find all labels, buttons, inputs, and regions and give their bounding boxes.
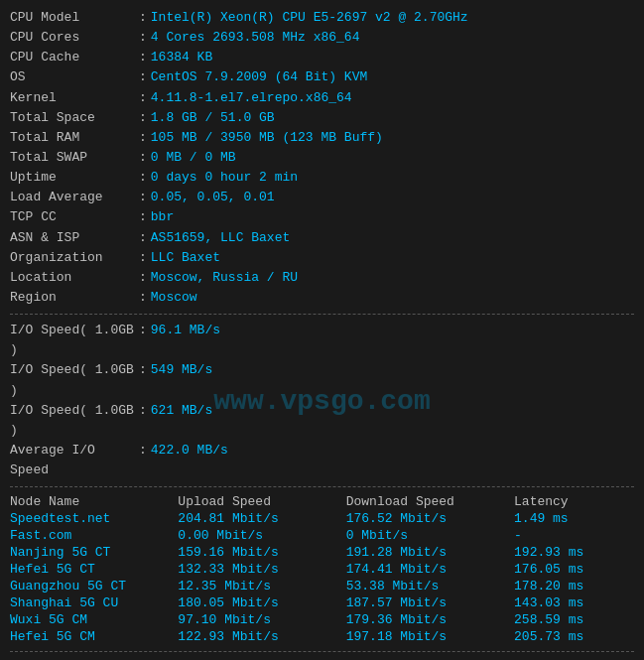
network-node: Wuxi 5G CM [10,611,178,628]
total-ram-label: Total RAM [10,128,139,148]
cpu-cache-label: CPU Cache [10,48,139,67]
total-ram-row: Total RAM : 105 MB / 3950 MB (123 MB Buf… [10,128,634,148]
location-value: Moscow, Russia / RU [151,268,298,288]
io2-label: I/O Speed( 1.0GB ) [10,360,139,400]
total-space-row: Total Space : 1.8 GB / 51.0 GB [10,108,634,128]
network-upload: 122.93 Mbit/s [178,628,345,645]
network-latency: - [514,527,634,544]
table-row: Nanjing 5G CT159.16 Mbit/s191.28 Mbit/s1… [10,544,634,561]
network-latency: 176.05 ms [514,561,634,578]
network-node: Fast.com [10,527,178,544]
network-download: 191.28 Mbit/s [346,544,514,561]
network-latency: 205.73 ms [514,628,634,645]
network-upload: 204.81 Mbit/s [178,510,345,527]
table-row: Wuxi 5G CM97.10 Mbit/s179.36 Mbit/s258.5… [10,611,634,628]
network-header-row: Node Name Upload Speed Download Speed La… [10,493,634,510]
col-header-node: Node Name [10,493,178,510]
network-download: 176.52 Mbit/s [346,510,514,527]
network-download: 0 Mbit/s [346,527,514,544]
load-avg-label: Load Average [10,188,139,207]
avg-io-label: Average I/O Speed [10,441,139,480]
divider-2 [10,486,634,487]
network-upload: 132.33 Mbit/s [178,561,345,578]
network-latency: 178.20 ms [514,578,634,594]
network-table: Node Name Upload Speed Download Speed La… [10,493,634,645]
region-row: Region : Moscow [10,288,634,308]
network-download: 174.41 Mbit/s [346,561,514,578]
cpu-cache-row: CPU Cache : 16384 KB [10,48,634,67]
table-row: Guangzhou 5G CT12.35 Mbit/s53.38 Mbit/s1… [10,578,634,594]
table-row: Hefei 5G CM122.93 Mbit/s197.18 Mbit/s205… [10,628,634,645]
network-latency: 258.59 ms [514,611,634,628]
kernel-label: Kernel [10,88,139,108]
total-space-label: Total Space [10,108,139,128]
network-download: 187.57 Mbit/s [346,594,514,611]
asn-isp-label: ASN & ISP [10,228,139,248]
col-header-download: Download Speed [346,493,514,510]
network-node: Nanjing 5G CT [10,544,178,561]
load-avg-row: Load Average : 0.05, 0.05, 0.01 [10,188,634,207]
org-row: Organization : LLC Baxet [10,248,634,268]
total-space-value: 1.8 GB / 51.0 GB [151,108,275,128]
network-download: 53.38 Mbit/s [346,578,514,594]
region-value: Moscow [151,288,197,308]
uptime-label: Uptime [10,168,139,188]
total-swap-row: Total SWAP : 0 MB / 0 MB [10,148,634,168]
cpu-cores-row: CPU Cores : 4 Cores 2693.508 MHz x86_64 [10,28,634,48]
os-row: OS : CentOS 7.9.2009 (64 Bit) KVM [10,67,634,87]
cpu-cache-value: 16384 KB [151,48,212,67]
asn-isp-value: AS51659, LLC Baxet [151,228,290,248]
network-node: Hefei 5G CM [10,628,178,645]
io1-value: 96.1 MB/s [151,321,220,360]
table-row: Shanghai 5G CU180.05 Mbit/s187.57 Mbit/s… [10,594,634,611]
network-node: Hefei 5G CT [10,561,178,578]
divider-1 [10,314,634,315]
total-ram-value: 105 MB / 3950 MB (123 MB Buff) [151,128,383,148]
region-label: Region [10,288,139,308]
os-label: OS [10,67,139,87]
network-upload: 180.05 Mbit/s [178,594,345,611]
cpu-model-label: CPU Model [10,8,139,28]
network-latency: 192.93 ms [514,544,634,561]
avg-io-value: 422.0 MB/s [151,441,228,480]
table-row: Fast.com0.00 Mbit/s0 Mbit/s- [10,527,634,544]
io2-value: 549 MB/s [151,360,212,400]
io1-label: I/O Speed( 1.0GB ) [10,321,139,360]
avg-io-row: Average I/O Speed : 422.0 MB/s [10,441,634,480]
io1-row: I/O Speed( 1.0GB ) : 96.1 MB/s [10,321,634,360]
network-upload: 97.10 Mbit/s [178,611,345,628]
network-upload: 0.00 Mbit/s [178,527,345,544]
network-node: Speedtest.net [10,510,178,527]
network-download: 197.18 Mbit/s [346,628,514,645]
org-value: LLC Baxet [151,248,220,268]
network-latency: 1.49 ms [514,510,634,527]
network-node: Guangzhou 5G CT [10,578,178,594]
network-section: Node Name Upload Speed Download Speed La… [10,493,634,645]
io2-row: I/O Speed( 1.0GB ) : 549 MB/s [10,360,634,400]
io3-label: I/O Speed( 1.0GB ) [10,401,139,441]
table-row: Hefei 5G CT132.33 Mbit/s174.41 Mbit/s176… [10,561,634,578]
io3-row: I/O Speed( 1.0GB ) : 621 MB/s [10,401,634,441]
cpu-cores-value: 4 Cores 2693.508 MHz x86_64 [151,28,360,48]
network-latency: 143.03 ms [514,594,634,611]
asn-isp-row: ASN & ISP : AS51659, LLC Baxet [10,228,634,248]
io-section: www.vpsgo.com I/O Speed( 1.0GB ) : 96.1 … [10,321,634,480]
tcp-cc-value: bbr [151,207,174,227]
cpu-model-row: CPU Model : Intel(R) Xeon(R) CPU E5-2697… [10,8,634,28]
kernel-value: 4.11.8-1.el7.elrepo.x86_64 [151,88,352,108]
network-node: Shanghai 5G CU [10,594,178,611]
total-swap-value: 0 MB / 0 MB [151,148,236,168]
tcp-cc-label: TCP CC [10,207,139,227]
uptime-row: Uptime : 0 days 0 hour 2 min [10,168,634,188]
network-upload: 12.35 Mbit/s [178,578,345,594]
org-label: Organization [10,248,139,268]
location-label: Location [10,268,139,288]
network-download: 179.36 Mbit/s [346,611,514,628]
os-value: CentOS 7.9.2009 (64 Bit) KVM [151,67,367,87]
tcp-cc-row: TCP CC : bbr [10,207,634,227]
load-avg-value: 0.05, 0.05, 0.01 [151,188,275,207]
cpu-cores-label: CPU Cores [10,28,139,48]
col-header-latency: Latency [514,493,634,510]
cpu-model-value: Intel(R) Xeon(R) CPU E5-2697 v2 @ 2.70GH… [151,8,468,28]
col-header-upload: Upload Speed [178,493,345,510]
